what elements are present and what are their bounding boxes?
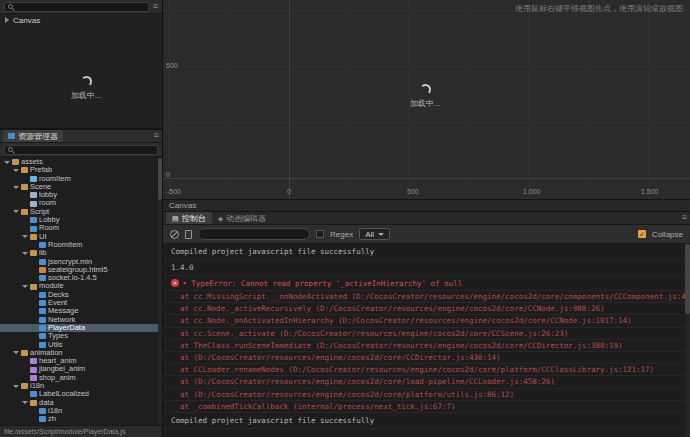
expand-arrow-icon[interactable] bbox=[12, 385, 19, 388]
anim-icon bbox=[30, 367, 37, 373]
menu-icon[interactable]: ≡ bbox=[154, 131, 159, 140]
tab-assets-manager[interactable]: 资源管理器 bbox=[3, 130, 63, 142]
asset-tree-item[interactable]: heart_anim bbox=[0, 357, 162, 365]
expand-arrow-icon[interactable] bbox=[12, 186, 19, 189]
console-log-row[interactable]: 1.4.0 bbox=[163, 260, 690, 276]
asset-tree-item[interactable]: zh bbox=[0, 415, 162, 423]
asset-tree-item[interactable]: lib bbox=[0, 249, 162, 257]
hierarchy-search-input[interactable] bbox=[16, 3, 145, 10]
asset-tree-item[interactable]: seateigroup.html5 bbox=[0, 266, 162, 274]
assets-search[interactable] bbox=[4, 145, 158, 155]
console-error-row[interactable]: at cc.MissingScript.__onNodeActivated (D… bbox=[163, 291, 690, 303]
folder-icon bbox=[12, 159, 19, 165]
expand-arrow-icon[interactable] bbox=[12, 210, 19, 213]
log-text: at (D:/CocosCreator/resources/engine/coc… bbox=[180, 377, 555, 386]
hierarchy-search[interactable] bbox=[4, 2, 149, 12]
hierarchy-node-canvas[interactable]: Canvas bbox=[0, 14, 162, 26]
asset-tree-item[interactable]: Types bbox=[0, 332, 162, 340]
collapse-checkbox[interactable]: ✓ bbox=[638, 230, 646, 238]
asset-label: room bbox=[39, 199, 56, 207]
menu-icon[interactable]: ≡ bbox=[153, 2, 158, 11]
assets-search-input[interactable] bbox=[16, 146, 154, 153]
expand-arrow-icon[interactable] bbox=[12, 169, 19, 172]
asset-tree-item[interactable]: assets bbox=[0, 158, 162, 166]
asset-tree-item[interactable]: Event bbox=[0, 299, 162, 307]
expand-arrow-icon[interactable] bbox=[21, 252, 28, 255]
asset-label: assets bbox=[21, 158, 43, 166]
scrollbar-thumb[interactable] bbox=[158, 158, 162, 200]
console-error-row[interactable]: at cc.Node._onActivatedInHierarchy (D:/C… bbox=[163, 315, 690, 327]
asset-label: lobby bbox=[39, 191, 57, 199]
asset-tree-item[interactable]: Room bbox=[0, 224, 162, 232]
console-error-row[interactable]: ×▸TypeError: Cannot read property '_acti… bbox=[163, 276, 690, 291]
scrollbar-thumb[interactable] bbox=[685, 244, 690, 314]
asset-tree-item[interactable]: RoomItem bbox=[0, 241, 162, 249]
assets-scrollbar[interactable] bbox=[158, 158, 162, 425]
asset-tree-item[interactable]: roomItem bbox=[0, 175, 162, 183]
asset-tree-item[interactable]: i18n bbox=[0, 382, 162, 390]
log-level-dropdown[interactable]: All bbox=[359, 228, 390, 240]
asset-tree-item[interactable]: shop_anim bbox=[0, 374, 162, 382]
asset-tree-item[interactable]: Decks bbox=[0, 291, 162, 299]
film-icon: ◈ bbox=[218, 215, 223, 222]
status-path: file:/assets/Script/module/PlayerData.js bbox=[0, 425, 162, 437]
search-icon bbox=[8, 147, 13, 152]
open-log-file-icon[interactable] bbox=[185, 230, 192, 239]
scene-tab-canvas[interactable]: Canvas bbox=[169, 201, 196, 210]
expand-arrow-icon[interactable] bbox=[5, 17, 9, 23]
expand-arrow-icon[interactable]: ▸ bbox=[183, 279, 187, 287]
js-icon bbox=[39, 325, 46, 331]
log-text: at cc.Node._onActivatedInHierarchy (D:/C… bbox=[180, 316, 632, 325]
ruler-x-label: 1,000 bbox=[523, 188, 541, 195]
console-scrollbar[interactable] bbox=[685, 244, 690, 437]
clear-console-icon[interactable] bbox=[170, 230, 179, 239]
asset-tree-item[interactable]: data bbox=[0, 399, 162, 407]
console-search-input[interactable] bbox=[198, 228, 310, 240]
tab-animation-editor[interactable]: ◈ 动画编辑器 bbox=[212, 212, 272, 224]
expand-arrow-icon[interactable] bbox=[12, 351, 19, 354]
asset-tree: assetsPrefabroomItemScenelobbyroomScript… bbox=[0, 157, 162, 425]
asset-tree-item[interactable]: jiangbei_anim bbox=[0, 365, 162, 373]
asset-tree-item[interactable]: i18n bbox=[0, 407, 162, 415]
asset-tree-item[interactable]: Script bbox=[0, 208, 162, 216]
menu-icon[interactable]: ≡ bbox=[682, 213, 687, 222]
console-error-row[interactable]: at CCLoader.renameNodes (D:/CocosCreator… bbox=[163, 364, 690, 376]
console-error-row[interactable]: at (D:/CocosCreator/resources/engine/coc… bbox=[163, 389, 690, 401]
console-error-row[interactable]: at (D:/CocosCreator/resources/engine/coc… bbox=[163, 376, 690, 388]
asset-tree-item[interactable]: room bbox=[0, 199, 162, 207]
console-error-row[interactable]: at cc.Scene._activate (D:/CocosCreator/r… bbox=[163, 328, 690, 340]
asset-tree-item[interactable]: Scene bbox=[0, 183, 162, 191]
scene-view[interactable]: 使用鼠标右键平移视图焦点，使用滚轮缩放视图 -50005001,0001,500… bbox=[163, 0, 690, 199]
axis-x-line bbox=[163, 178, 690, 179]
regex-checkbox[interactable] bbox=[316, 230, 324, 238]
console-error-row[interactable]: at _combinedTickCallback (internal/proce… bbox=[163, 401, 690, 413]
scene-icon bbox=[30, 192, 37, 198]
asset-tree-item[interactable]: lobby bbox=[0, 191, 162, 199]
chevron-down-icon bbox=[378, 233, 384, 236]
asset-tree-item[interactable]: polyglot bbox=[0, 424, 162, 426]
console-log-row[interactable]: Compiled project javascript file success… bbox=[163, 413, 690, 429]
asset-tree-item[interactable]: PlayerData bbox=[0, 324, 162, 332]
asset-label: Room bbox=[39, 224, 59, 232]
js-icon bbox=[39, 242, 46, 248]
asset-tree-item[interactable]: animation bbox=[0, 349, 162, 357]
asset-tree-item[interactable]: Lobby bbox=[0, 216, 162, 224]
asset-tree-item[interactable]: Message bbox=[0, 307, 162, 315]
asset-tree-item[interactable]: module bbox=[0, 282, 162, 290]
expand-arrow-icon[interactable] bbox=[21, 401, 28, 404]
asset-tree-item[interactable]: jsencrypt.min bbox=[0, 258, 162, 266]
asset-tree-item[interactable]: Utils bbox=[0, 341, 162, 349]
asset-tree-item[interactable]: Prefab bbox=[0, 166, 162, 174]
console-error-row[interactable]: at TheClass.runSceneImmediate (D:/CocosC… bbox=[163, 340, 690, 352]
tab-console[interactable]: ▤ 控制台 bbox=[166, 212, 212, 224]
expand-arrow-icon[interactable] bbox=[21, 285, 28, 288]
asset-tree-item[interactable]: UI bbox=[0, 233, 162, 241]
expand-arrow-icon[interactable] bbox=[3, 161, 10, 164]
asset-tree-item[interactable]: socket.io-1.4.5 bbox=[0, 274, 162, 282]
asset-tree-item[interactable]: Network bbox=[0, 316, 162, 324]
expand-arrow-icon[interactable] bbox=[21, 235, 28, 238]
console-log-row[interactable]: Compiled project javascript file success… bbox=[163, 244, 690, 260]
console-error-row[interactable]: at cc.Node._activeRecursively (D:/CocosC… bbox=[163, 303, 690, 315]
console-error-row[interactable]: at (D:/CocosCreator/resources/engine/coc… bbox=[163, 352, 690, 364]
asset-tree-item[interactable]: LabelLocalized bbox=[0, 390, 162, 398]
